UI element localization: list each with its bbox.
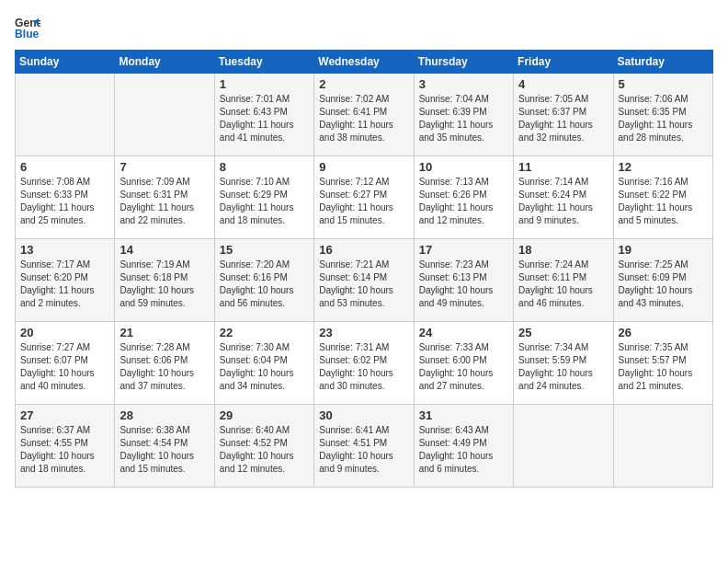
calendar-week-1: 1Sunrise: 7:01 AM Sunset: 6:43 PM Daylig… <box>16 74 713 156</box>
calendar-body: 1Sunrise: 7:01 AM Sunset: 6:43 PM Daylig… <box>16 74 713 488</box>
day-number: 17 <box>419 243 508 257</box>
day-number: 13 <box>20 243 109 257</box>
calendar-cell <box>514 405 613 488</box>
calendar-cell: 19Sunrise: 7:25 AM Sunset: 6:09 PM Dayli… <box>613 239 712 322</box>
day-number: 5 <box>619 77 708 91</box>
calendar-cell: 23Sunrise: 7:31 AM Sunset: 6:02 PM Dayli… <box>314 322 414 405</box>
day-info: Sunrise: 7:13 AM Sunset: 6:26 PM Dayligh… <box>419 176 508 227</box>
day-info: Sunrise: 7:09 AM Sunset: 6:31 PM Dayligh… <box>119 176 209 227</box>
logo: General Blue <box>15 15 40 40</box>
calendar-cell: 5Sunrise: 7:06 AM Sunset: 6:35 PM Daylig… <box>613 74 712 156</box>
weekday-header-sunday: Sunday <box>16 51 115 74</box>
day-info: Sunrise: 7:27 AM Sunset: 6:07 PM Dayligh… <box>20 341 109 393</box>
day-number: 9 <box>319 160 408 174</box>
calendar-cell: 21Sunrise: 7:28 AM Sunset: 6:06 PM Dayli… <box>115 322 214 405</box>
calendar-cell: 17Sunrise: 7:23 AM Sunset: 6:13 PM Dayli… <box>414 239 513 322</box>
page-header: General Blue <box>15 15 713 40</box>
logo-icon: General Blue <box>15 15 40 40</box>
day-number: 3 <box>419 77 508 91</box>
day-number: 7 <box>119 160 209 174</box>
day-number: 11 <box>518 160 608 174</box>
calendar-cell: 31Sunrise: 6:43 AM Sunset: 4:49 PM Dayli… <box>414 405 513 488</box>
day-info: Sunrise: 7:12 AM Sunset: 6:27 PM Dayligh… <box>319 176 408 227</box>
day-info: Sunrise: 7:01 AM Sunset: 6:43 PM Dayligh… <box>220 93 309 144</box>
day-number: 12 <box>619 160 708 174</box>
calendar-cell: 18Sunrise: 7:24 AM Sunset: 6:11 PM Dayli… <box>514 239 613 322</box>
day-info: Sunrise: 7:05 AM Sunset: 6:37 PM Dayligh… <box>518 93 608 144</box>
day-info: Sunrise: 7:28 AM Sunset: 6:06 PM Dayligh… <box>119 341 209 393</box>
day-info: Sunrise: 7:04 AM Sunset: 6:39 PM Dayligh… <box>419 93 508 144</box>
calendar-cell: 22Sunrise: 7:30 AM Sunset: 6:04 PM Dayli… <box>214 322 313 405</box>
day-info: Sunrise: 7:35 AM Sunset: 5:57 PM Dayligh… <box>619 341 708 393</box>
weekday-header-row: SundayMondayTuesdayWednesdayThursdayFrid… <box>16 51 713 74</box>
calendar-cell: 29Sunrise: 6:40 AM Sunset: 4:52 PM Dayli… <box>214 405 313 488</box>
calendar-table: SundayMondayTuesdayWednesdayThursdayFrid… <box>15 50 713 488</box>
calendar-cell: 9Sunrise: 7:12 AM Sunset: 6:27 PM Daylig… <box>314 156 414 239</box>
calendar-cell: 20Sunrise: 7:27 AM Sunset: 6:07 PM Dayli… <box>16 322 115 405</box>
day-number: 25 <box>518 326 608 339</box>
calendar-cell: 16Sunrise: 7:21 AM Sunset: 6:14 PM Dayli… <box>314 239 414 322</box>
day-number: 15 <box>220 243 309 257</box>
svg-text:Blue: Blue <box>15 28 40 40</box>
day-number: 19 <box>619 243 708 257</box>
day-info: Sunrise: 6:38 AM Sunset: 4:54 PM Dayligh… <box>119 424 209 476</box>
day-number: 10 <box>419 160 508 174</box>
day-number: 6 <box>20 160 109 174</box>
day-number: 4 <box>518 77 608 91</box>
day-info: Sunrise: 7:06 AM Sunset: 6:35 PM Dayligh… <box>619 93 708 144</box>
day-number: 8 <box>220 160 309 174</box>
weekday-header-wednesday: Wednesday <box>314 51 414 74</box>
calendar-cell: 8Sunrise: 7:10 AM Sunset: 6:29 PM Daylig… <box>214 156 313 239</box>
day-info: Sunrise: 7:23 AM Sunset: 6:13 PM Dayligh… <box>419 259 508 310</box>
day-info: Sunrise: 7:02 AM Sunset: 6:41 PM Dayligh… <box>319 93 408 144</box>
calendar-week-5: 27Sunrise: 6:37 AM Sunset: 4:55 PM Dayli… <box>16 405 713 488</box>
day-info: Sunrise: 7:34 AM Sunset: 5:59 PM Dayligh… <box>518 341 608 393</box>
calendar-week-2: 6Sunrise: 7:08 AM Sunset: 6:33 PM Daylig… <box>16 156 713 239</box>
calendar-week-4: 20Sunrise: 7:27 AM Sunset: 6:07 PM Dayli… <box>16 322 713 405</box>
calendar-cell: 7Sunrise: 7:09 AM Sunset: 6:31 PM Daylig… <box>115 156 214 239</box>
day-number: 20 <box>20 326 109 339</box>
day-info: Sunrise: 7:30 AM Sunset: 6:04 PM Dayligh… <box>220 341 309 393</box>
day-info: Sunrise: 7:25 AM Sunset: 6:09 PM Dayligh… <box>619 259 708 310</box>
day-number: 22 <box>220 326 309 339</box>
weekday-header-monday: Monday <box>115 51 214 74</box>
day-number: 26 <box>619 326 708 339</box>
calendar-cell: 4Sunrise: 7:05 AM Sunset: 6:37 PM Daylig… <box>514 74 613 156</box>
calendar-cell: 30Sunrise: 6:41 AM Sunset: 4:51 PM Dayli… <box>314 405 414 488</box>
day-info: Sunrise: 7:19 AM Sunset: 6:18 PM Dayligh… <box>119 259 209 310</box>
calendar-cell: 27Sunrise: 6:37 AM Sunset: 4:55 PM Dayli… <box>16 405 115 488</box>
day-number: 14 <box>119 243 209 257</box>
calendar-cell: 14Sunrise: 7:19 AM Sunset: 6:18 PM Dayli… <box>115 239 214 322</box>
calendar-cell <box>16 74 115 156</box>
weekday-header-thursday: Thursday <box>414 51 513 74</box>
day-info: Sunrise: 7:08 AM Sunset: 6:33 PM Dayligh… <box>20 176 109 227</box>
day-info: Sunrise: 6:41 AM Sunset: 4:51 PM Dayligh… <box>319 424 408 476</box>
calendar-header: SundayMondayTuesdayWednesdayThursdayFrid… <box>16 51 713 74</box>
calendar-cell: 10Sunrise: 7:13 AM Sunset: 6:26 PM Dayli… <box>414 156 513 239</box>
calendar-cell: 1Sunrise: 7:01 AM Sunset: 6:43 PM Daylig… <box>214 74 313 156</box>
day-number: 18 <box>518 243 608 257</box>
day-number: 28 <box>119 408 209 422</box>
day-info: Sunrise: 7:14 AM Sunset: 6:24 PM Dayligh… <box>518 176 608 227</box>
weekday-header-tuesday: Tuesday <box>214 51 313 74</box>
calendar-cell: 24Sunrise: 7:33 AM Sunset: 6:00 PM Dayli… <box>414 322 513 405</box>
day-number: 21 <box>119 326 209 339</box>
day-info: Sunrise: 7:20 AM Sunset: 6:16 PM Dayligh… <box>220 259 309 310</box>
day-number: 1 <box>220 77 309 91</box>
day-info: Sunrise: 7:10 AM Sunset: 6:29 PM Dayligh… <box>220 176 309 227</box>
day-info: Sunrise: 7:31 AM Sunset: 6:02 PM Dayligh… <box>319 341 408 393</box>
calendar-cell: 2Sunrise: 7:02 AM Sunset: 6:41 PM Daylig… <box>314 74 414 156</box>
day-info: Sunrise: 6:37 AM Sunset: 4:55 PM Dayligh… <box>20 424 109 476</box>
calendar-cell: 3Sunrise: 7:04 AM Sunset: 6:39 PM Daylig… <box>414 74 513 156</box>
weekday-header-friday: Friday <box>514 51 613 74</box>
day-number: 27 <box>20 408 109 422</box>
day-number: 30 <box>319 408 408 422</box>
day-info: Sunrise: 6:43 AM Sunset: 4:49 PM Dayligh… <box>419 424 508 476</box>
day-number: 29 <box>220 408 309 422</box>
day-number: 16 <box>319 243 408 257</box>
calendar-cell: 13Sunrise: 7:17 AM Sunset: 6:20 PM Dayli… <box>16 239 115 322</box>
day-info: Sunrise: 7:21 AM Sunset: 6:14 PM Dayligh… <box>319 259 408 310</box>
day-number: 24 <box>419 326 508 339</box>
calendar-cell <box>613 405 712 488</box>
calendar-cell: 15Sunrise: 7:20 AM Sunset: 6:16 PM Dayli… <box>214 239 313 322</box>
